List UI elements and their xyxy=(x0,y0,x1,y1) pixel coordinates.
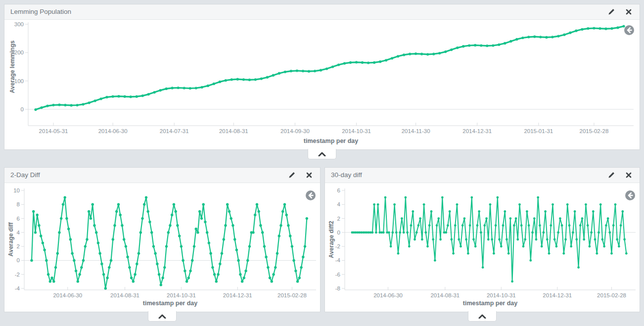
panel-header[interactable]: 2-Day Diff xyxy=(4,168,320,183)
data-point xyxy=(391,232,394,234)
data-point xyxy=(598,27,601,30)
data-point xyxy=(320,69,322,71)
pencil-icon xyxy=(288,172,295,179)
panel-header[interactable]: 30-day diff xyxy=(325,168,640,183)
data-point xyxy=(69,238,72,240)
x-tick-label: 2014-12-31 xyxy=(543,292,572,298)
data-point xyxy=(529,259,532,262)
data-point xyxy=(552,203,554,206)
data-point xyxy=(430,210,433,213)
data-point xyxy=(382,232,385,234)
close-panel-button[interactable] xyxy=(626,9,632,15)
data-point xyxy=(243,277,245,279)
data-point xyxy=(272,74,275,77)
data-point xyxy=(551,36,553,38)
data-point xyxy=(189,270,191,272)
data-point xyxy=(265,256,267,258)
data-point xyxy=(541,245,543,248)
data-point xyxy=(343,62,346,65)
data-point xyxy=(337,63,340,66)
data-point xyxy=(462,45,464,47)
data-point xyxy=(276,252,278,255)
data-point xyxy=(409,53,411,55)
data-point xyxy=(598,232,600,234)
data-point xyxy=(110,259,112,262)
data-point xyxy=(201,86,203,89)
collapse-panel-button[interactable] xyxy=(468,311,497,322)
data-point xyxy=(283,203,286,206)
data-point xyxy=(406,232,409,234)
data-point xyxy=(593,27,595,29)
data-point xyxy=(65,217,68,220)
data-point xyxy=(596,252,598,255)
data-point xyxy=(46,105,48,107)
data-point xyxy=(492,44,494,47)
edit-panel-button[interactable] xyxy=(288,172,295,179)
data-point xyxy=(610,252,613,255)
data-point xyxy=(42,241,44,244)
data-point xyxy=(58,231,60,233)
data-point xyxy=(456,47,459,49)
close-panel-button[interactable] xyxy=(626,172,632,178)
data-point xyxy=(191,259,193,262)
data-point xyxy=(562,252,565,255)
panel-title: 30-day diff xyxy=(331,171,362,179)
data-point xyxy=(52,280,55,282)
x-tick-label: 2014-10-31 xyxy=(342,128,371,134)
data-point xyxy=(555,245,558,248)
data-point xyxy=(84,245,87,247)
data-point xyxy=(272,273,275,276)
y-tick-label: 10 xyxy=(13,187,20,193)
legend-toggle-button[interactable] xyxy=(625,190,636,201)
data-point xyxy=(570,245,572,248)
data-point xyxy=(150,231,153,233)
data-point xyxy=(189,87,191,90)
data-point xyxy=(537,196,539,199)
collapse-panel-button[interactable] xyxy=(308,149,336,159)
data-point xyxy=(550,224,552,227)
edit-panel-button[interactable] xyxy=(608,8,615,15)
panel-header[interactable]: Lemming Population xyxy=(4,4,640,20)
data-point xyxy=(88,101,91,104)
data-point xyxy=(625,252,628,255)
data-point xyxy=(221,252,223,255)
data-point xyxy=(292,259,295,262)
data-point xyxy=(478,210,480,213)
x-axis-title: timestamp per day xyxy=(345,300,636,307)
data-point xyxy=(604,28,607,30)
legend-toggle-button[interactable] xyxy=(624,25,635,36)
data-point xyxy=(497,196,499,199)
data-point xyxy=(420,53,423,55)
edit-panel-button[interactable] xyxy=(608,172,615,179)
data-point xyxy=(269,277,271,279)
data-point xyxy=(67,228,70,230)
data-point xyxy=(52,104,54,106)
data-point xyxy=(182,259,184,262)
legend-toggle-button[interactable] xyxy=(305,190,316,201)
data-point xyxy=(82,103,85,105)
data-point xyxy=(136,263,138,265)
data-point xyxy=(610,27,613,30)
data-point xyxy=(355,61,358,63)
data-point xyxy=(426,245,429,248)
x-tick-label: 2014-08-31 xyxy=(110,292,139,298)
data-point xyxy=(138,252,140,255)
data-point xyxy=(408,245,411,248)
data-point xyxy=(148,221,151,223)
data-point xyxy=(515,217,517,220)
data-point xyxy=(403,232,405,234)
data-point xyxy=(607,217,609,220)
data-point xyxy=(546,238,549,241)
data-point xyxy=(178,234,181,237)
y-tick-label: -4 xyxy=(335,257,341,263)
collapse-panel-button[interactable] xyxy=(148,311,177,322)
data-point xyxy=(100,263,103,265)
data-point xyxy=(128,266,131,269)
y-tick-label: -2 xyxy=(335,243,340,249)
close-panel-button[interactable] xyxy=(306,172,312,178)
data-point xyxy=(294,270,297,272)
pencil-icon xyxy=(608,8,615,15)
y-tick-label: 0 xyxy=(21,106,24,112)
data-point xyxy=(224,224,227,227)
data-point xyxy=(242,78,245,81)
